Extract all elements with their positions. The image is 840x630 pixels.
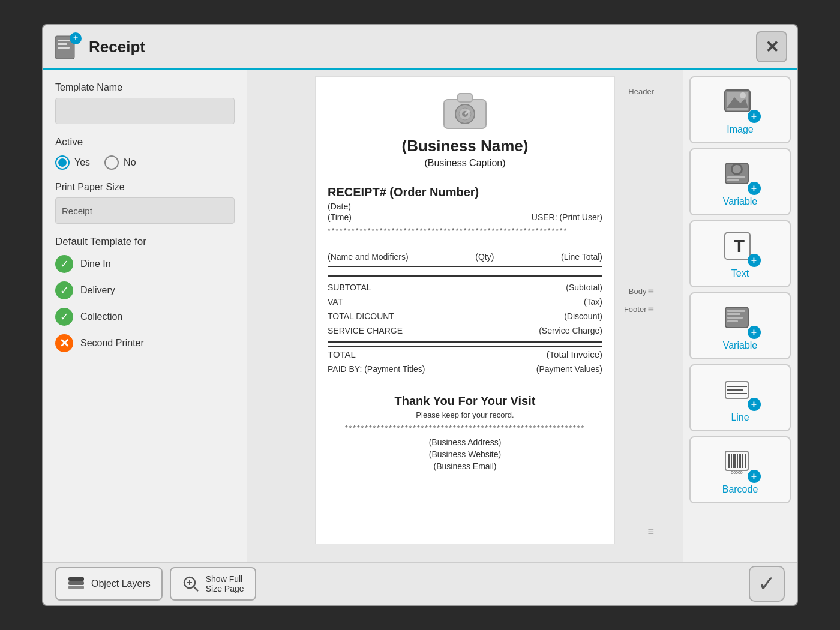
svg-rect-3 [58, 47, 70, 49]
thank-you-text: Thank You For Your Visit [328, 394, 602, 408]
main-content: Template Name Active Yes No Print Paper … [43, 70, 797, 562]
svg-line-45 [194, 587, 198, 591]
text-tool-button[interactable]: T + Text [689, 220, 791, 287]
receipt-user: USER: (Print User) [532, 212, 602, 222]
variable-bottom-tool-button[interactable]: + Variable [689, 292, 791, 359]
svg-rect-2 [58, 43, 67, 45]
business-name: (Business Name) [328, 137, 602, 155]
variable-bottom-tool-icon: + [722, 301, 758, 337]
svg-rect-25 [727, 313, 740, 315]
object-layers-button[interactable]: Object Layers [55, 567, 163, 601]
radio-yes-label: Yes [74, 157, 90, 168]
receipt-preview: (Business Name) (Business Caption) RECEI… [315, 76, 615, 544]
svg-rect-19 [727, 176, 745, 178]
image-tool-button[interactable]: + Image [689, 76, 791, 143]
radio-no[interactable]: No [104, 155, 136, 170]
discount-label: TOTAL DICOUNT [328, 311, 394, 321]
total-label: TOTAL [328, 349, 356, 359]
variable-bottom-tool-label: Variable [723, 340, 758, 351]
paid-by-value: (Payment Values) [536, 364, 602, 374]
radio-yes[interactable]: Yes [55, 155, 90, 170]
variable-top-tool-label: Variable [723, 196, 758, 207]
check-collection-label: Collection [80, 311, 122, 322]
show-full-size-label: Show Full Size Page [206, 574, 244, 593]
paid-by-row: PAID BY: (Payment Titles) (Payment Value… [328, 362, 602, 376]
business-caption: (Business Caption) [328, 158, 602, 169]
line-tool-label: Line [731, 412, 749, 423]
text-tool-icon: T + [722, 229, 758, 265]
left-panel: Template Name Active Yes No Print Paper … [43, 70, 247, 562]
discount-value: (Discount) [564, 311, 602, 321]
barcode-tool-button[interactable]: 00000 + Barcode [689, 436, 791, 503]
text-tool-label: Text [731, 268, 749, 279]
title-left: + Receipt [53, 32, 145, 61]
receipt-body-top: RECEIPT# (Order Number) (Date) (Time) US… [328, 178, 602, 247]
receipt-date: (Date) [328, 202, 602, 211]
image-plus-badge: + [748, 110, 761, 123]
object-layers-label: Object Layers [91, 578, 151, 589]
svg-rect-20 [727, 179, 739, 181]
close-button[interactable]: ✕ [756, 31, 787, 62]
receipt-number: RECEIPT# (Order Number) [328, 185, 602, 199]
svg-rect-43 [68, 577, 84, 581]
checkbox-collection[interactable]: ✓ Collection [55, 308, 235, 326]
receipt-time: (Time) [328, 212, 352, 222]
vat-value: (Tax) [584, 297, 602, 307]
variable-bottom-plus-badge: + [748, 326, 761, 339]
subtotal-row: SUBTOTAL (Subtotal) [328, 280, 602, 295]
show-full-size-button[interactable]: Show Full Size Page [170, 567, 256, 601]
check-second-printer-icon: ✕ [55, 334, 73, 352]
col-line-total: (Line Total) [561, 252, 602, 262]
footer-section-label: Footer ≡ [624, 303, 654, 316]
svg-rect-42 [68, 581, 84, 585]
svg-rect-7 [458, 94, 472, 102]
template-name-input[interactable] [55, 98, 235, 124]
barcode-tool-label: Barcode [722, 484, 758, 495]
subtotal-value: (Subtotal) [566, 283, 602, 292]
radio-no-indicator [104, 155, 119, 170]
svg-rect-24 [727, 310, 745, 312]
image-tool-label: Image [727, 124, 753, 135]
svg-point-15 [740, 92, 746, 98]
check-dine-in-icon: ✓ [55, 255, 73, 273]
service-charge-label: SERVICE CHARGE [328, 326, 403, 335]
vat-label: VAT [328, 297, 343, 307]
paid-by-label: PAID BY: (Payment Titles) [328, 364, 425, 374]
app-window: + Receipt ✕ Template Name Active Yes [42, 24, 798, 606]
body-handle-icon: ≡ [647, 285, 654, 298]
layers-icon [67, 575, 85, 593]
checkbox-dine-in[interactable]: ✓ Dine In [55, 255, 235, 273]
variable-top-tool-button[interactable]: + Variable [689, 148, 791, 215]
divider-line-2 [328, 341, 602, 343]
radio-no-label: No [124, 157, 136, 168]
line-tool-button[interactable]: + Line [689, 364, 791, 431]
print-paper-size-select[interactable]: Receipt [55, 197, 235, 224]
receipt-icon: + [53, 32, 82, 61]
bottom-left: Object Layers Show Full Size Page [55, 567, 256, 601]
receipt-footer-section: SUBTOTAL (Subtotal) VAT (Tax) TOTAL DICO… [328, 267, 602, 476]
footer-handle-icon: ≡ [647, 303, 654, 316]
receipt-bottom: (Business Address) (Business Website) (B… [328, 437, 602, 471]
svg-rect-41 [68, 586, 84, 589]
svg-rect-27 [727, 320, 738, 322]
center-panel: Header Body ≡ Footer ≡ ≡ [247, 70, 683, 562]
default-template-label: Default Template for [55, 236, 235, 248]
col-qty: (Qty) [475, 252, 494, 262]
confirm-icon: ✓ [758, 571, 776, 596]
svg-rect-36 [737, 454, 738, 468]
total-value: (Total Invoice) [547, 349, 602, 359]
divider-dots-1: ****************************************… [328, 227, 602, 235]
divider-line-1 [328, 275, 602, 277]
checkbox-delivery[interactable]: ✓ Delivery [55, 281, 235, 299]
svg-rect-39 [745, 454, 746, 468]
svg-point-18 [733, 165, 741, 173]
svg-text:00000: 00000 [731, 470, 743, 475]
checkbox-list: ✓ Dine In ✓ Delivery ✓ Collection ✕ Seco… [55, 255, 235, 352]
svg-text:+: + [73, 33, 78, 43]
variable-top-tool-icon: + [722, 157, 758, 193]
svg-rect-37 [739, 454, 741, 468]
vat-row: VAT (Tax) [328, 295, 602, 309]
confirm-button[interactable]: ✓ [749, 566, 785, 602]
print-paper-size-label: Print Paper Size [55, 182, 235, 193]
checkbox-second-printer[interactable]: ✕ Second Printer [55, 334, 235, 352]
